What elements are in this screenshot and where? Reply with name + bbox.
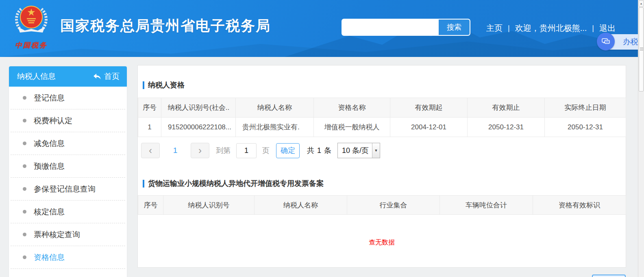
- bullet-icon: [23, 255, 26, 259]
- bullet-icon: [23, 164, 26, 168]
- confirm-page-button[interactable]: 确定: [276, 143, 300, 158]
- section-title-taxpayer-qualification: 纳税人资格: [143, 80, 626, 90]
- content-panel: 纳税人资格 序号 纳税人识别号(社会.. 纳税人名称 资格名称 有效期起 有效期…: [137, 65, 626, 268]
- search-input[interactable]: [342, 20, 439, 35]
- bullet-icon: [23, 142, 26, 145]
- no-data-message: 查无数据: [138, 238, 626, 247]
- sidebar-item-piaozhong[interactable]: 票种核定查询: [11, 223, 125, 246]
- nav-separator: |: [592, 24, 594, 33]
- chat-bubble-icon[interactable]: [597, 33, 615, 50]
- tax-logo: 中国税务: [9, 2, 54, 50]
- col-header-seq: 序号: [138, 196, 163, 215]
- scroll-up-arrow-icon[interactable]: ▲: [639, 0, 644, 7]
- header: 中国税务 国家税务总局贵州省电子税务局 搜索 主页 | 欢迎，贵州北极熊... …: [0, 0, 644, 57]
- logo-caption: 中国税务: [9, 41, 54, 50]
- col-header-qualification-name: 资格名称: [314, 98, 390, 118]
- prev-page-button[interactable]: ‹: [141, 143, 160, 158]
- dropdown-arrow-icon[interactable]: ▼: [372, 143, 380, 158]
- nav-welcome-text: 欢迎，贵州北极熊...: [515, 23, 587, 34]
- col-header-valid-to: 有效期止: [468, 98, 545, 118]
- section-title-text: 纳税人资格: [148, 80, 185, 90]
- bullet-icon: [23, 187, 26, 191]
- section-title-text: 货物运输业小规模纳税人异地代开增值税专用发票备案: [148, 179, 324, 188]
- nav-logout-link[interactable]: 退出: [599, 23, 616, 34]
- bullet-icon: [23, 233, 26, 236]
- title-accent-bar: [143, 180, 144, 188]
- sidebar-item-label: 票种核定查询: [34, 229, 80, 240]
- page-size-value: 10 条/页: [338, 146, 372, 155]
- cell-taxpayer-name: 贵州北极熊实业有.: [236, 118, 314, 137]
- col-header-taxpayer-id: 纳税人识别号: [163, 196, 255, 215]
- sidebar-item-canbao[interactable]: 参保登记信息查询: [11, 178, 125, 201]
- sidebar-item-dengji[interactable]: 登记信息: [11, 87, 125, 109]
- sidebar-item-zige[interactable]: 资格信息: [11, 246, 125, 269]
- table-header-row: 序号 纳税人识别号(社会.. 纳税人名称 资格名称 有效期起 有效期止 实际终止…: [138, 98, 626, 118]
- sidebar-item-heding[interactable]: 核定信息: [11, 201, 125, 223]
- qualification-table: 序号 纳税人识别号(社会.. 纳税人名称 资格名称 有效期起 有效期止 实际终止…: [138, 98, 626, 137]
- table-header-row: 序号 纳税人识别号 纳税人名称 行业集合 车辆吨位合计 资格有效标识: [138, 196, 626, 215]
- goto-page-suffix: 页: [262, 146, 270, 155]
- search-bar: 搜索: [342, 19, 470, 36]
- sidebar-item-label: 税费种认定: [34, 116, 72, 126]
- sidebar-item-label: 预缴信息: [34, 161, 65, 172]
- sidebar-header: 纳税人信息 首页: [9, 66, 127, 87]
- cell-valid-to: 2050-12-31: [468, 118, 545, 137]
- scrollbar-thumb[interactable]: [639, 7, 644, 92]
- cell-taxpayer-id: 915200006222108...: [161, 118, 236, 137]
- next-page-button[interactable]: ›: [191, 143, 209, 158]
- bullet-icon: [23, 96, 26, 100]
- cell-actual-end: 2050-12-31: [545, 118, 626, 137]
- tax-emblem-icon: [13, 2, 50, 40]
- sidebar-item-jianmian[interactable]: 减免信息: [11, 132, 125, 155]
- nav-separator: |: [508, 24, 510, 33]
- nav-home-link[interactable]: 主页: [486, 23, 503, 34]
- sidebar-item-label: 登记信息: [34, 93, 65, 103]
- sidebar-item-yujiao[interactable]: 预缴信息: [11, 155, 125, 178]
- cell-valid-from: 2004-12-01: [390, 118, 468, 137]
- sidebar-item-label: 减免信息: [34, 138, 65, 149]
- page-size-select[interactable]: 10 条/页 ▼: [337, 143, 380, 158]
- sidebar-home-label: 首页: [104, 71, 120, 82]
- freight-filing-table: 序号 纳税人识别号 纳税人名称 行业集合 车辆吨位合计 资格有效标识: [138, 195, 626, 215]
- sidebar-title: 纳税人信息: [17, 71, 56, 82]
- sidebar-item-label: 资格信息: [34, 252, 65, 263]
- col-header-seq: 序号: [138, 98, 161, 118]
- vertical-scrollbar[interactable]: ▲: [638, 0, 644, 277]
- col-header-actual-end: 实际终止日期: [545, 98, 626, 118]
- col-header-taxpayer-name: 纳税人名称: [255, 196, 347, 215]
- col-header-taxpayer-name: 纳税人名称: [236, 98, 314, 118]
- table-row[interactable]: 1 915200006222108... 贵州北极熊实业有. 增值税一般纳税人 …: [138, 118, 626, 137]
- current-page-number[interactable]: 1: [160, 146, 191, 155]
- col-header-valid-from: 有效期起: [390, 98, 468, 118]
- top-nav: 主页 | 欢迎，贵州北极熊... | 退出: [486, 23, 624, 34]
- cell-seq: 1: [138, 118, 161, 137]
- col-header-industry-set: 行业集合: [347, 196, 440, 215]
- sidebar-item-shuifeizhong[interactable]: 税费种认定: [11, 109, 125, 132]
- col-header-taxpayer-id: 纳税人识别号(社会..: [161, 98, 236, 118]
- search-button[interactable]: 搜索: [439, 20, 470, 35]
- cell-qualification-name: 增值税一般纳税人: [314, 118, 390, 137]
- empty-result-zone: 查无数据: [138, 215, 626, 270]
- bullet-icon: [23, 210, 26, 214]
- scrollbar-grip-icon: [640, 48, 643, 51]
- goto-page-prefix: 到第: [216, 146, 231, 155]
- sidebar-item-label: 核定信息: [34, 207, 65, 217]
- screen: 中国税务 国家税务总局贵州省电子税务局 搜索 主页 | 欢迎，贵州北极熊... …: [0, 0, 644, 277]
- title-accent-bar: [143, 81, 144, 89]
- sidebar-menu: 登记信息 税费种认定 减免信息 预缴信息 参保登记信息查询 核定信息 票种核定查…: [9, 87, 127, 269]
- bullet-icon: [23, 119, 26, 122]
- back-arrow-icon: [93, 73, 101, 80]
- sidebar: 纳税人信息 首页 登记信息 税费种认定 减免信息 预缴信息 参保登记信息查询 核…: [9, 66, 127, 277]
- page-number-input[interactable]: [236, 143, 257, 158]
- pagination: ‹ 1 › 到第 页 确定 共 1 条 10 条/页 ▼: [141, 142, 626, 159]
- sidebar-item-label: 参保登记信息查询: [34, 184, 96, 194]
- section-title-freight-filing: 货物运输业小规模纳税人异地代开增值税专用发票备案: [143, 179, 626, 188]
- site-title: 国家税务总局贵州省电子税务局: [60, 16, 271, 35]
- col-header-valid-flag: 资格有效标识: [533, 196, 626, 215]
- sidebar-home-link[interactable]: 首页: [93, 71, 120, 82]
- col-header-vehicle-tonnage: 车辆吨位合计: [440, 196, 533, 215]
- partial-bottom-button[interactable]: [592, 275, 626, 277]
- total-count-text: 共 1 条: [307, 146, 332, 155]
